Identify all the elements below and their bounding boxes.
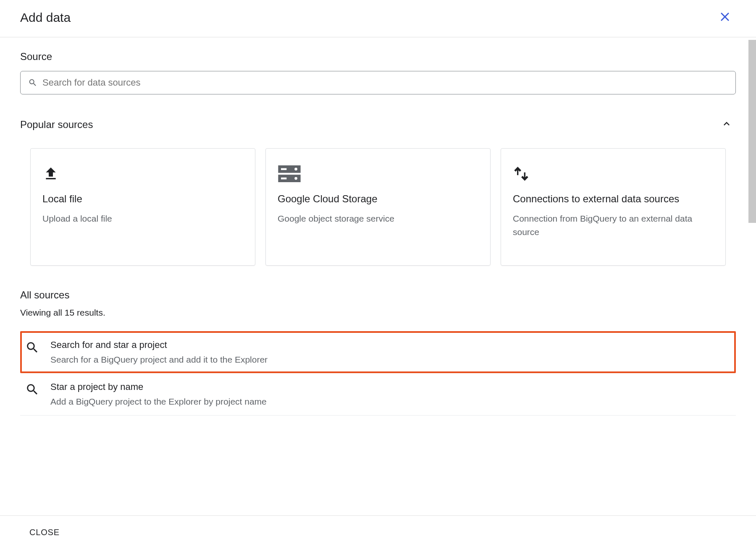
card-desc: Upload a local file [42, 212, 243, 225]
storage-icon [278, 162, 478, 182]
upload-icon [42, 162, 243, 182]
popular-sources-header: Popular sources [20, 115, 736, 135]
svg-rect-6 [281, 168, 286, 170]
chevron-up-icon[interactable] [717, 115, 736, 135]
card-title: Local file [42, 192, 243, 205]
svg-point-5 [294, 177, 297, 180]
svg-rect-7 [281, 178, 286, 179]
list-item-title: Star a project by name [50, 382, 731, 392]
source-label: Source [20, 51, 736, 63]
search-icon [25, 340, 40, 356]
svg-point-4 [294, 168, 297, 171]
card-title: Google Cloud Storage [278, 192, 478, 205]
results-count: Viewing all 15 results. [20, 308, 736, 318]
list-item-desc: Add a BigQuery project to the Explorer b… [50, 397, 731, 407]
list-item-star-by-name[interactable]: Star a project by name Add a BigQuery pr… [20, 373, 736, 416]
list-item-text: Star a project by name Add a BigQuery pr… [50, 382, 731, 407]
list-item-search-star-project[interactable]: Search for and star a project Search for… [20, 331, 736, 373]
search-input-container[interactable] [20, 71, 736, 94]
card-desc: Connection from BigQuery to an external … [513, 212, 714, 238]
exchange-icon [513, 162, 714, 182]
card-external[interactable]: Connections to external data sources Con… [501, 148, 726, 266]
search-icon [25, 382, 40, 397]
all-sources-label: All sources [20, 289, 736, 301]
dialog-content: Source Popular sources Local file Upload… [0, 37, 756, 515]
dialog-title: Add data [20, 10, 71, 25]
search-icon [28, 78, 37, 87]
card-title: Connections to external data sources [513, 192, 714, 205]
close-icon[interactable] [714, 8, 736, 27]
card-desc: Google object storage service [278, 212, 478, 225]
dialog-footer: CLOSE [0, 515, 756, 549]
scrollbar[interactable] [748, 40, 756, 223]
list-item-text: Search for and star a project Search for… [50, 340, 731, 365]
list-item-title: Search for and star a project [50, 340, 731, 350]
card-local-file[interactable]: Local file Upload a local file [30, 148, 255, 266]
close-button[interactable]: CLOSE [29, 528, 60, 537]
dialog-header: Add data [0, 0, 756, 37]
search-input[interactable] [42, 77, 728, 88]
popular-cards: Local file Upload a local file Google Cl… [20, 148, 736, 266]
card-gcs[interactable]: Google Cloud Storage Google object stora… [265, 148, 491, 266]
popular-sources-label: Popular sources [20, 119, 93, 131]
list-item-desc: Search for a BigQuery project and add it… [50, 355, 731, 365]
